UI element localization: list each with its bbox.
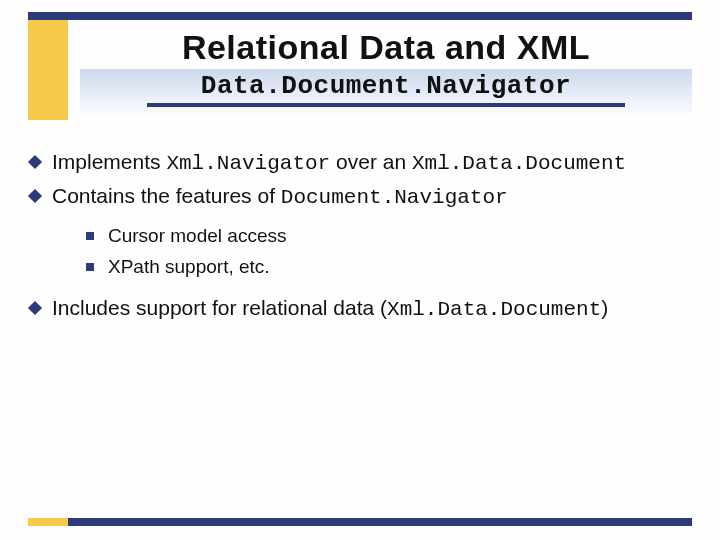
sub-bullet-text: XPath support, etc. bbox=[108, 254, 270, 280]
subtitle-underline bbox=[147, 103, 624, 107]
bottom-yellow-accent bbox=[28, 518, 68, 526]
diamond-bullet-icon bbox=[28, 189, 42, 203]
bullet-text: Implements Xml.Navigator over an Xml.Dat… bbox=[52, 148, 692, 178]
code-text: Document.Navigator bbox=[281, 186, 508, 209]
code-text: Xml.Navigator bbox=[166, 152, 330, 175]
square-bullet-icon bbox=[86, 263, 94, 271]
plain-text: over an bbox=[330, 150, 412, 173]
plain-text: Implements bbox=[52, 150, 166, 173]
bullet-item: Includes support for relational data (Xm… bbox=[28, 294, 692, 324]
yellow-accent-block bbox=[28, 20, 68, 120]
diamond-bullet-icon bbox=[28, 155, 42, 169]
slide-title: Relational Data and XML bbox=[80, 28, 692, 67]
sub-bullet-item: Cursor model access bbox=[86, 223, 692, 249]
sub-bullet-item: XPath support, etc. bbox=[86, 254, 692, 280]
code-text: Xml.Data.Document bbox=[412, 152, 626, 175]
bullet-item: Implements Xml.Navigator over an Xml.Dat… bbox=[28, 148, 692, 178]
bullet-text: Includes support for relational data (Xm… bbox=[52, 294, 692, 324]
bottom-accent-bar bbox=[28, 518, 692, 526]
title-area: Relational Data and XML Data.Document.Na… bbox=[80, 28, 692, 113]
top-accent-bar bbox=[28, 12, 692, 20]
square-bullet-icon bbox=[86, 232, 94, 240]
plain-text: Includes support for relational data ( bbox=[52, 296, 387, 319]
plain-text: ) bbox=[601, 296, 608, 319]
plain-text: Contains the features of bbox=[52, 184, 281, 207]
bullet-item: Contains the features of Document.Naviga… bbox=[28, 182, 692, 212]
sub-bullet-text: Cursor model access bbox=[108, 223, 286, 249]
slide-subtitle: Data.Document.Navigator bbox=[80, 71, 692, 101]
diamond-bullet-icon bbox=[28, 301, 42, 315]
content-area: Implements Xml.Navigator over an Xml.Dat… bbox=[28, 148, 692, 328]
bullet-text: Contains the features of Document.Naviga… bbox=[52, 182, 692, 212]
sub-list: Cursor model accessXPath support, etc. bbox=[86, 223, 692, 280]
code-text: Xml.Data.Document bbox=[387, 298, 601, 321]
subtitle-band: Data.Document.Navigator bbox=[80, 69, 692, 113]
